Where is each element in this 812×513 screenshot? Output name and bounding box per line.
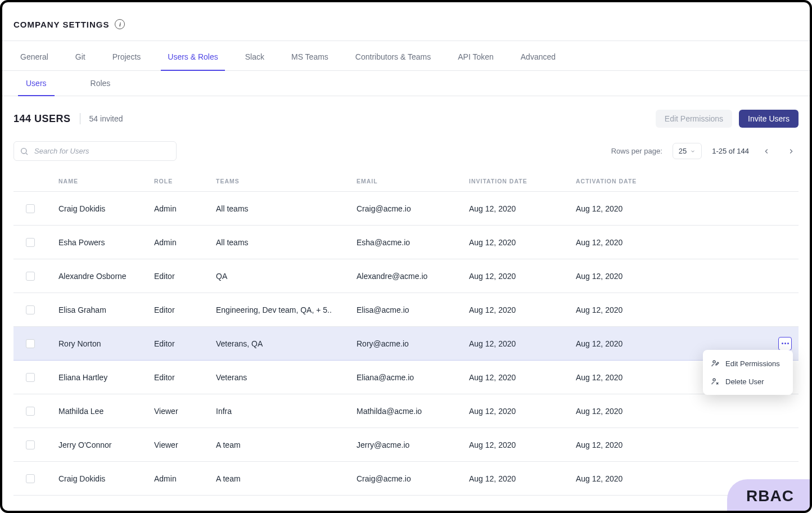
cell-activate-date: Aug 12, 2020 <box>576 238 677 247</box>
table-row[interactable]: Jerry O'ConnorViewerA teamJerry@acme.ioA… <box>13 428 799 462</box>
table-body: Craig DokidisAdminAll teamsCraig@acme.io… <box>13 192 799 496</box>
row-checkbox[interactable] <box>26 305 35 314</box>
cell-invite-date: Aug 12, 2020 <box>469 440 576 449</box>
table-row[interactable]: Mathilda LeeViewerInfraMathilda@acme.ioA… <box>13 394 799 428</box>
cell-invite-date: Aug 12, 2020 <box>469 305 576 314</box>
cell-name: Elisa Graham <box>47 305 154 314</box>
table-row[interactable]: Elisa GrahamEditorEngineering, Dev team,… <box>13 293 799 327</box>
table-header: NAME ROLE TEAMS EMAIL INVITATION DATE AC… <box>13 171 799 192</box>
col-email: EMAIL <box>357 178 469 184</box>
cell-role: Viewer <box>154 407 216 416</box>
cell-role: Editor <box>154 373 216 382</box>
cell-name: Craig Dokidis <box>47 204 154 213</box>
cell-email: Craig@acme.io <box>357 474 469 483</box>
menu-edit-permissions[interactable]: Edit Permissions <box>703 354 793 372</box>
chevron-left-icon <box>763 147 770 155</box>
row-checkbox[interactable] <box>26 407 35 416</box>
cell-name: Alexandre Osborne <box>47 272 154 281</box>
rows-per-page-label: Rows per page: <box>611 147 662 155</box>
pagination: Rows per page: 25 1-25 of 144 <box>611 143 799 159</box>
edit-permissions-button[interactable]: Edit Permissions <box>656 110 732 128</box>
tab-git[interactable]: Git <box>73 41 88 70</box>
row-checkbox[interactable] <box>26 204 35 213</box>
col-role: ROLE <box>154 178 216 184</box>
subtab-users[interactable]: Users <box>18 71 55 96</box>
cell-role: Editor <box>154 339 216 348</box>
row-actions-button[interactable] <box>778 337 792 350</box>
tab-users-roles[interactable]: Users & Roles <box>165 41 220 70</box>
toolbar: 144 USERS 54 invited Edit Permissions In… <box>2 96 810 134</box>
sub-tabs: UsersRoles <box>2 71 810 96</box>
user-edit-icon <box>711 359 720 368</box>
cell-email: Alexandre@acme.io <box>357 272 469 281</box>
tab-projects[interactable]: Projects <box>110 41 143 70</box>
cell-teams: QA <box>216 272 357 281</box>
table-row[interactable]: Rory NortonEditorVeterans, QARory@acme.i… <box>13 327 799 361</box>
tab-slack[interactable]: Slack <box>243 41 267 70</box>
svg-point-3 <box>713 379 715 381</box>
row-checkbox[interactable] <box>26 339 35 348</box>
tab-api-token[interactable]: API Token <box>455 41 496 70</box>
table-row[interactable]: Esha PowersAdminAll teamsEsha@acme.ioAug… <box>13 226 799 259</box>
count-separator <box>80 113 80 124</box>
rbac-badge: RBAC <box>727 479 810 511</box>
row-checkbox[interactable] <box>26 272 35 281</box>
menu-delete-user[interactable]: Delete User <box>703 372 793 390</box>
invited-count: 54 invited <box>89 114 123 123</box>
next-page-button[interactable] <box>784 144 799 159</box>
user-delete-icon <box>711 377 720 386</box>
cell-email: Esha@acme.io <box>357 238 469 247</box>
row-checkbox[interactable] <box>26 474 35 483</box>
svg-point-0 <box>21 148 26 153</box>
cell-teams: A team <box>216 474 357 483</box>
cell-activate-date: Aug 12, 2020 <box>576 474 677 483</box>
user-count-label: USERS <box>34 113 71 124</box>
cell-teams: All teams <box>216 238 357 247</box>
toolbar-buttons: Edit Permissions Invite Users <box>656 110 799 128</box>
table-row[interactable]: Alexandre OsborneEditorQAAlexandre@acme.… <box>13 259 799 293</box>
cell-invite-date: Aug 12, 2020 <box>469 474 576 483</box>
row-checkbox[interactable] <box>26 440 35 449</box>
invite-users-button[interactable]: Invite Users <box>739 110 799 128</box>
cell-email: Elisa@acme.io <box>357 305 469 314</box>
cell-role: Viewer <box>154 440 216 449</box>
pagination-range: 1-25 of 144 <box>712 147 749 155</box>
cell-invite-date: Aug 12, 2020 <box>469 238 576 247</box>
cell-email: Eliana@acme.io <box>357 373 469 382</box>
cell-name: Rory Norton <box>47 339 154 348</box>
tab-advanced[interactable]: Advanced <box>518 41 558 70</box>
more-icon <box>782 343 789 344</box>
page-header: COMPANY SETTINGS i <box>2 2 810 40</box>
rows-per-page-select[interactable]: 25 <box>673 143 702 159</box>
cell-activate-date: Aug 12, 2020 <box>576 305 677 314</box>
cell-activate-date: Aug 12, 2020 <box>576 272 677 281</box>
cell-name: Mathilda Lee <box>47 407 154 416</box>
cell-role: Admin <box>154 204 216 213</box>
user-count-number: 144 <box>13 113 31 124</box>
cell-activate-date: Aug 12, 2020 <box>576 339 677 348</box>
row-context-menu: Edit Permissions Delete User <box>703 350 793 395</box>
cell-teams: Infra <box>216 407 357 416</box>
cell-name: Eliana Hartley <box>47 373 154 382</box>
table-row[interactable]: Eliana HartleyEditorVeteransEliana@acme.… <box>13 361 799 394</box>
cell-role: Editor <box>154 272 216 281</box>
table-row[interactable]: Craig DokidisAdminA teamCraig@acme.ioAug… <box>13 462 799 496</box>
row-checkbox[interactable] <box>26 238 35 247</box>
tab-ms-teams[interactable]: MS Teams <box>289 41 331 70</box>
prev-page-button[interactable] <box>759 144 774 159</box>
info-icon[interactable]: i <box>115 19 125 29</box>
page-title: COMPANY SETTINGS <box>13 20 109 29</box>
table-row[interactable]: Craig DokidisAdminAll teamsCraig@acme.io… <box>13 192 799 226</box>
cell-invite-date: Aug 12, 2020 <box>469 373 576 382</box>
user-count-block: 144 USERS 54 invited <box>13 113 123 125</box>
col-invite: INVITATION DATE <box>469 178 576 184</box>
tab-contributors-teams[interactable]: Contributors & Teams <box>353 41 433 70</box>
search-box <box>13 141 177 161</box>
search-input[interactable] <box>13 141 177 161</box>
subtab-roles[interactable]: Roles <box>83 71 119 96</box>
search-and-pagination: Rows per page: 25 1-25 of 144 <box>2 134 810 171</box>
tab-general[interactable]: General <box>18 41 51 70</box>
users-table: NAME ROLE TEAMS EMAIL INVITATION DATE AC… <box>13 171 799 496</box>
cell-name: Jerry O'Connor <box>47 440 154 449</box>
row-checkbox[interactable] <box>26 373 35 382</box>
